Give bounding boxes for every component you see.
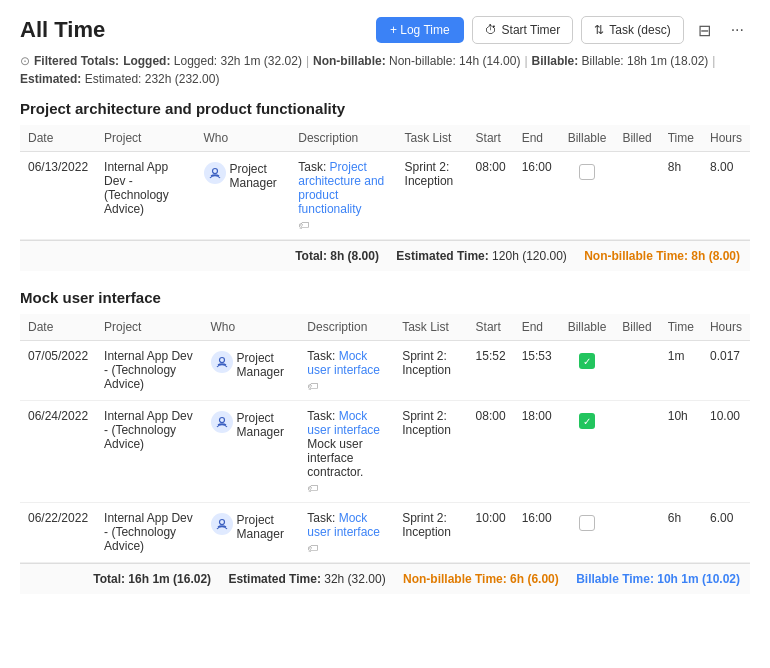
- col-billable: Billable: [560, 125, 615, 152]
- cell-time: 6h: [660, 503, 702, 563]
- cell-tasklist: Sprint 2: Inception: [397, 152, 468, 240]
- cell-hours: 10.00: [702, 401, 750, 503]
- cell-billable: ✓: [560, 341, 615, 401]
- cell-project: Internal App Dev - (Technology Advice): [96, 152, 195, 240]
- cell-hours: 8.00: [702, 152, 750, 240]
- svg-point-2: [219, 418, 224, 423]
- avatar: [211, 411, 233, 433]
- cell-billed: [614, 152, 659, 240]
- filter-button[interactable]: ⊟: [692, 17, 717, 44]
- section1-table: Date Project Who Description Task List S…: [20, 125, 750, 240]
- cell-end: 16:00: [514, 152, 560, 240]
- header-actions: + Log Time ⏱ Start Timer ⇅ Task (desc) ⊟…: [376, 16, 750, 44]
- col-end: End: [514, 314, 560, 341]
- cell-who: Project Manager: [203, 341, 300, 401]
- cell-start: 08:00: [468, 401, 514, 503]
- col-who: Who: [196, 125, 291, 152]
- col-tasklist: Task List: [397, 125, 468, 152]
- cell-tasklist: Sprint 2: Inception: [394, 401, 467, 503]
- table-row: 06/22/2022 Internal App Dev - (Technolog…: [20, 503, 750, 563]
- cell-date: 07/05/2022: [20, 341, 96, 401]
- cell-time: 8h: [660, 152, 702, 240]
- billable-total: Billable: Billable: 18h 1m (18.02): [532, 54, 709, 68]
- filter-icon: ⊙: [20, 54, 30, 68]
- svg-point-1: [219, 358, 224, 363]
- cell-time: 10h: [660, 401, 702, 503]
- cell-billed: [614, 341, 659, 401]
- cell-billable: ✓: [560, 401, 615, 503]
- task-link[interactable]: Mock user interface: [307, 349, 380, 377]
- cell-date: 06/13/2022: [20, 152, 96, 240]
- col-date: Date: [20, 125, 96, 152]
- col-start: Start: [468, 125, 514, 152]
- log-time-button[interactable]: + Log Time: [376, 17, 464, 43]
- more-options-button[interactable]: ···: [725, 17, 750, 43]
- task-link[interactable]: Mock user interface: [307, 409, 380, 437]
- section1-estimated: Estimated Time: 120h (120.00): [396, 249, 567, 263]
- col-billed: Billed: [614, 125, 659, 152]
- cell-project: Internal App Dev - (Technology Advice): [96, 503, 202, 563]
- col-start: Start: [468, 314, 514, 341]
- page-title: All Time: [20, 17, 105, 43]
- task-link[interactable]: Mock user interface: [307, 511, 380, 539]
- svg-point-0: [212, 169, 217, 174]
- table-row: 06/24/2022 Internal App Dev - (Technolog…: [20, 401, 750, 503]
- col-project: Project: [96, 314, 202, 341]
- billable-checkbox[interactable]: ✓: [579, 413, 595, 429]
- section2-totals: Total: 16h 1m (16.02) Estimated Time: 32…: [20, 563, 750, 594]
- non-billable-total: Non-billable: Non-billable: 14h (14.00): [313, 54, 520, 68]
- cell-description: Task: Mock user interface 🏷: [299, 503, 394, 563]
- task-sort-button[interactable]: ⇅ Task (desc): [581, 16, 683, 44]
- estimated-total: Estimated: Estimated: 232h (232.00): [20, 72, 219, 86]
- billable-checkbox[interactable]: ✓: [579, 353, 595, 369]
- section1-header-row: Date Project Who Description Task List S…: [20, 125, 750, 152]
- billable-checkbox[interactable]: [579, 515, 595, 531]
- logged-total: Logged: Logged: 32h 1m (32.02): [123, 54, 302, 68]
- section1-non-billable: Non-billable Time: 8h (8.00): [584, 249, 740, 263]
- section1-total-label: Total: 8h (8.00): [295, 249, 379, 263]
- cell-billed: [614, 401, 659, 503]
- cell-description: Task: Mock user interface Mock user inte…: [299, 401, 394, 503]
- section2-header-row: Date Project Who Description Task List S…: [20, 314, 750, 341]
- section2-non-billable: Non-billable Time: 6h (6.00): [403, 572, 559, 586]
- start-timer-button[interactable]: ⏱ Start Timer: [472, 16, 574, 44]
- section2-table: Date Project Who Description Task List S…: [20, 314, 750, 563]
- col-billed: Billed: [614, 314, 659, 341]
- avatar: [211, 513, 233, 535]
- cell-billable: [560, 152, 615, 240]
- section2-billable: Billable Time: 10h 1m (10.02): [576, 572, 740, 586]
- cell-start: 08:00: [468, 152, 514, 240]
- col-hours: Hours: [702, 125, 750, 152]
- section1-totals: Total: 8h (8.00) Estimated Time: 120h (1…: [20, 240, 750, 271]
- col-description: Description: [299, 314, 394, 341]
- cell-start: 10:00: [468, 503, 514, 563]
- section2-title: Mock user interface: [20, 289, 750, 306]
- col-who: Who: [203, 314, 300, 341]
- billable-checkbox[interactable]: [579, 164, 595, 180]
- cell-end: 16:00: [514, 503, 560, 563]
- cell-end: 15:53: [514, 341, 560, 401]
- svg-point-3: [219, 520, 224, 525]
- col-time: Time: [660, 125, 702, 152]
- page-header: All Time + Log Time ⏱ Start Timer ⇅ Task…: [20, 16, 750, 44]
- cell-description: Task: Project architecture and product f…: [290, 152, 396, 240]
- task-link[interactable]: Project architecture and product functio…: [298, 160, 384, 216]
- col-tasklist: Task List: [394, 314, 467, 341]
- cell-project: Internal App Dev - (Technology Advice): [96, 341, 202, 401]
- cell-tasklist: Sprint 2: Inception: [394, 341, 467, 401]
- tag-icon: 🏷: [307, 542, 386, 554]
- cell-hours: 0.017: [702, 341, 750, 401]
- filter-label: Filtered Totals:: [34, 54, 119, 68]
- col-hours: Hours: [702, 314, 750, 341]
- cell-who: Project Manager: [196, 152, 291, 240]
- section1-title: Project architecture and product functio…: [20, 100, 750, 117]
- col-billable: Billable: [560, 314, 615, 341]
- section2-estimated: Estimated Time: 32h (32.00): [228, 572, 385, 586]
- cell-billable: [560, 503, 615, 563]
- cell-hours: 6.00: [702, 503, 750, 563]
- sort-icon: ⇅: [594, 23, 604, 37]
- col-time: Time: [660, 314, 702, 341]
- cell-date: 06/24/2022: [20, 401, 96, 503]
- col-end: End: [514, 125, 560, 152]
- cell-who: Project Manager: [203, 503, 300, 563]
